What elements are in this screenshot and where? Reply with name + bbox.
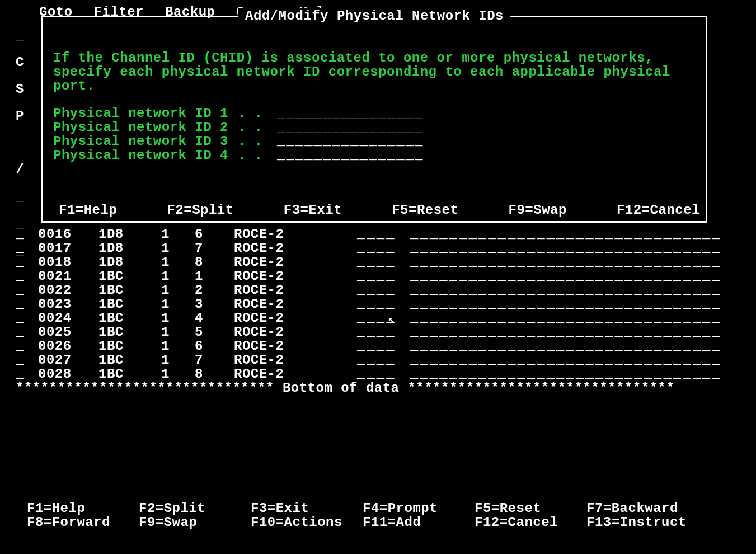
row-col-b: 7 [195, 353, 234, 367]
field-physical-network-id-4: Physical network ID 4 . . ______________… [53, 148, 696, 162]
fkey-f2-split[interactable]: F2=Split [139, 501, 251, 515]
table-row[interactable]: _00211BC11ROCE-2________________________… [16, 269, 738, 283]
row-selector[interactable]: _ [16, 255, 38, 269]
row-chpid: 1BC [98, 339, 161, 353]
row-field1[interactable]: ____ [357, 325, 410, 339]
row-field1[interactable]: ____ [357, 297, 410, 311]
fkey-f12-cancel[interactable]: F12=Cancel [475, 515, 586, 529]
row-field2[interactable]: ________________________________ [410, 339, 738, 353]
fkey-f4-prompt[interactable]: F4=Prompt [363, 501, 475, 515]
field-input-3[interactable]: ________________ [277, 134, 424, 148]
row-field1[interactable]: ____ [357, 339, 410, 353]
table-row[interactable]: _00171D817ROCE-2________________________… [16, 241, 738, 255]
table-row[interactable]: _00271BC17ROCE-2________________________… [16, 353, 738, 367]
fkey-f12-cancel[interactable]: F12=Cancel [617, 203, 700, 218]
row-chid: 0022 [38, 283, 98, 297]
fkey-f5-reset[interactable]: F5=Reset [475, 501, 586, 515]
row-col-a: 1 [161, 367, 195, 381]
row-col-b: 3 [195, 297, 234, 311]
row-field2[interactable]: ________________________________ [410, 241, 738, 255]
row-chid: 0018 [38, 255, 98, 269]
row-col-a: 1 [161, 297, 195, 311]
field-physical-network-id-2: Physical network ID 2 . . ______________… [53, 120, 696, 134]
row-field2[interactable]: ________________________________ [410, 297, 738, 311]
fkey-row-1: F1=Help F2=Split F3=Exit F4=Prompt F5=Re… [27, 501, 726, 515]
fkey-f9-swap[interactable]: F9=Swap [139, 515, 251, 529]
row-field2[interactable]: ________________________________ [410, 353, 738, 367]
fkey-f13-instruct[interactable]: F13=Instruct [586, 515, 698, 529]
fkey-f7-backward[interactable]: F7=Backward [586, 501, 698, 515]
fkey-f5-reset[interactable]: F5=Reset [392, 203, 458, 218]
row-type: ROCE-2 [234, 283, 357, 297]
row-selector[interactable]: _ [16, 297, 38, 311]
row-field2[interactable]: ________________________________ [410, 283, 738, 297]
fkey-f3-exit[interactable]: F3=Exit [251, 501, 363, 515]
row-selector[interactable]: _ [16, 353, 38, 367]
fkey-f3-exit[interactable]: F3=Exit [284, 203, 342, 218]
row-field2[interactable]: ________________________________ [410, 325, 738, 339]
fkey-f11-add[interactable]: F11=Add [363, 515, 475, 529]
row-selector[interactable]: _ [16, 269, 38, 283]
row-field2[interactable]: ________________________________ [410, 269, 738, 283]
row-chpid: 1BC [98, 283, 161, 297]
row-chid: 0025 [38, 325, 98, 339]
row-col-a: 1 [161, 339, 195, 353]
row-chpid: 1BC [98, 353, 161, 367]
row-selector[interactable]: _ [16, 283, 38, 297]
fkey-f2-split[interactable]: F2=Split [167, 203, 233, 218]
row-col-a: 1 [161, 227, 195, 241]
row-col-a: 1 [161, 325, 195, 339]
row-chid: 0028 [38, 367, 98, 381]
table-row[interactable]: _00161D816ROCE-2________________________… [16, 227, 738, 241]
row-field1[interactable]: ____ [357, 367, 410, 381]
field-dots: . . [238, 134, 277, 148]
field-input-4[interactable]: ________________ [277, 148, 424, 162]
row-field1[interactable]: ____ [357, 269, 410, 283]
row-field2[interactable]: ________________________________ [410, 311, 738, 325]
row-selector[interactable]: _ [16, 311, 38, 325]
row-selector[interactable]: _ [16, 325, 38, 339]
row-selector[interactable]: _ [16, 367, 38, 381]
field-physical-network-id-1: Physical network ID 1 . . ______________… [53, 106, 696, 120]
row-col-b: 2 [195, 283, 234, 297]
row-chpid: 1BC [98, 269, 161, 283]
field-input-2[interactable]: ________________ [277, 120, 424, 134]
row-field1[interactable]: ____ [357, 353, 410, 367]
row-field2[interactable]: ________________________________ [410, 367, 738, 381]
fkey-f1-help[interactable]: F1=Help [59, 203, 117, 218]
row-type: ROCE-2 [234, 325, 357, 339]
row-field2[interactable]: ________________________________ [410, 255, 738, 269]
row-field1[interactable]: ____ [357, 227, 410, 241]
row-field1[interactable]: ____ [357, 255, 410, 269]
left-marker: _ [16, 22, 24, 49]
table-row[interactable]: _00231BC13ROCE-2________________________… [16, 297, 738, 311]
row-selector[interactable]: _ [16, 241, 38, 255]
fkey-f10-actions[interactable]: F10=Actions [251, 515, 363, 529]
terminal-screen: Goto Filter Backup Query Help _ C S P / … [0, 0, 756, 554]
row-col-b: 6 [195, 227, 234, 241]
table-row[interactable]: _00251BC15ROCE-2________________________… [16, 325, 738, 339]
table-row[interactable]: _00241BC14ROCE-2________________________… [16, 311, 738, 325]
left-marker: P [16, 103, 24, 130]
fkey-f1-help[interactable]: F1=Help [27, 501, 139, 515]
table-row[interactable]: _00281BC18ROCE-2________________________… [16, 367, 738, 381]
row-field1[interactable]: ____ [357, 241, 410, 255]
row-selector[interactable]: _ [16, 227, 38, 241]
field-physical-network-id-3: Physical network ID 3 . . ______________… [53, 134, 696, 148]
row-field2[interactable]: ________________________________ [410, 227, 738, 241]
field-label: Physical network ID 4 [53, 148, 238, 162]
row-col-b: 4 [195, 311, 234, 325]
field-input-1[interactable]: ________________ [277, 106, 424, 120]
table-row[interactable]: _00221BC12ROCE-2________________________… [16, 283, 738, 297]
row-col-b: 5 [195, 325, 234, 339]
row-field1[interactable]: ____ [357, 283, 410, 297]
dialog-title-wrap: Add/Modify Physical Network IDs [43, 8, 706, 24]
field-dots: . . [238, 120, 277, 134]
fkey-f9-swap[interactable]: F9=Swap [509, 203, 567, 218]
table-row[interactable]: _00181D818ROCE-2________________________… [16, 255, 738, 269]
fkey-row-2: F8=Forward F9=Swap F10=Actions F11=Add F… [27, 515, 726, 529]
row-field1[interactable]: ____ [357, 311, 410, 325]
row-selector[interactable]: _ [16, 339, 38, 353]
table-row[interactable]: _00261BC16ROCE-2________________________… [16, 339, 738, 353]
fkey-f8-forward[interactable]: F8=Forward [27, 515, 139, 529]
